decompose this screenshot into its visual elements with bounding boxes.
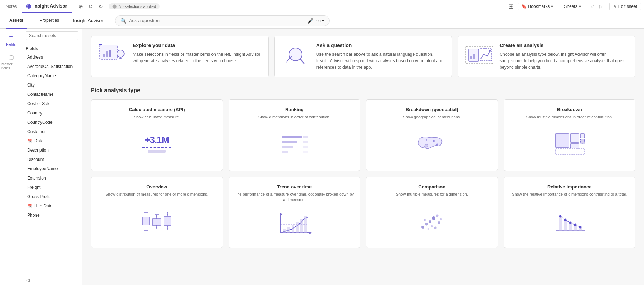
sidebar-icon-fields[interactable]: ≡ Fields	[5, 31, 17, 49]
grid-icon[interactable]: ⊞	[508, 3, 514, 10]
sidebar-field-item[interactable]: Discount	[22, 155, 82, 164]
sheets-button[interactable]: Sheets ▾	[561, 3, 584, 10]
insight-advisor-tab[interactable]: ◉ Insight Advisor	[22, 0, 71, 13]
search-bar[interactable]: 🔍 🎤 en ▾	[115, 15, 330, 26]
sidebar-search-input[interactable]	[26, 31, 78, 40]
sidebar-field-label: Freight	[27, 185, 40, 190]
sidebar-field-item[interactable]: AverageCallSatisfaction	[22, 62, 82, 71]
nav-arrows: ◁ ▷	[589, 3, 605, 10]
edit-icon: ✎	[613, 4, 617, 9]
svg-rect-1	[103, 54, 105, 57]
breakdown-desc: Show multiple dimensions in order of con…	[526, 114, 613, 120]
svg-marker-59	[309, 232, 312, 234]
search-input[interactable]	[129, 18, 305, 23]
sidebar-field-item[interactable]: 📅Date	[22, 136, 82, 146]
top-cards-section: Explore your data Make selections in fie…	[91, 36, 635, 77]
sidebar-collapse-btn[interactable]: ◁	[22, 275, 82, 285]
selection-dot: ⬤	[112, 4, 117, 9]
sidebar-field-label: Phone	[27, 213, 40, 218]
selection-status: ⬤ No selections applied	[109, 3, 160, 9]
explore-card-desc: Make selections in fields or master item…	[133, 51, 261, 64]
sidebar-field-item[interactable]: Country	[22, 108, 82, 118]
sidebar-icon-masteritems[interactable]: ⬡ Master items	[0, 51, 22, 73]
sidebar-field-item[interactable]: Freight	[22, 183, 82, 192]
svg-line-12	[286, 61, 287, 62]
notes-tab[interactable]: Notes	[3, 3, 20, 10]
geo-desc: Show geographical contributions.	[403, 114, 461, 120]
collapse-icon: ◁	[26, 277, 30, 283]
analysis-card-kpi[interactable]: Calculated measure (KPI) Show calculated…	[91, 99, 223, 171]
sidebar-field-item[interactable]: CountryCode	[22, 118, 82, 127]
analysis-card-geo[interactable]: Breakdown (geospatial) Show geographical…	[366, 99, 498, 171]
relative-desc: Show the relative importance of dimensio…	[512, 192, 627, 197]
svg-point-72	[432, 216, 435, 220]
svg-point-68	[421, 226, 424, 229]
explore-card-title: Explore your data	[133, 43, 261, 48]
svg-point-78	[434, 227, 437, 229]
analysis-card-ranking[interactable]: Ranking Show dimensions in order of cont…	[229, 99, 361, 171]
sidebar-field-label: Extension	[27, 176, 46, 181]
zoom-icon[interactable]: ⊕	[77, 2, 85, 11]
sidebar-field-item[interactable]: Description	[22, 146, 82, 155]
sidebar-field-item[interactable]: Cost of Sale	[22, 99, 82, 108]
sidebar-field-item[interactable]: City	[22, 80, 82, 90]
sidebar-field-item[interactable]: CategoryName	[22, 71, 82, 80]
ask-card: Ask a question Use the search bar above …	[274, 36, 452, 77]
ranking-svg	[278, 132, 311, 157]
sheets-label: Sheets	[564, 4, 577, 9]
sidebar-panel: Fields AddressAverageCallSatisfactionCat…	[22, 29, 82, 285]
edit-label: Edit sheet	[618, 4, 637, 9]
ranking-desc: Show dimensions in order of contribution…	[258, 114, 331, 120]
redo-icon[interactable]: ↻	[97, 2, 105, 11]
bookmarks-button[interactable]: 🔖 Bookmarks ▾	[518, 3, 556, 10]
analysis-card-overview[interactable]: Overview Show distribution of measures f…	[91, 177, 223, 248]
properties-tab[interactable]: Properties	[36, 13, 63, 29]
svg-rect-33	[580, 139, 585, 143]
ask-card-icon	[282, 43, 311, 68]
overview-visual	[97, 203, 217, 241]
svg-point-29	[436, 144, 438, 146]
kpi-visual: +3.1M	[97, 126, 217, 163]
sidebar-field-item[interactable]: Customer	[22, 127, 82, 136]
sidebar-field-label: Description	[27, 148, 49, 153]
svg-rect-31	[570, 134, 579, 142]
svg-rect-16	[473, 54, 475, 59]
sidebar-field-item[interactable]: ContactName	[22, 90, 82, 99]
create-card-title: Create an analysis	[499, 43, 628, 48]
sidebar-field-item[interactable]: EmployeeName	[22, 164, 82, 173]
ranking-visual	[235, 126, 355, 163]
left-sidebar: ≡ Fields ⬡ Master items Fields AddressAv…	[0, 29, 82, 285]
comparison-visual	[372, 203, 492, 241]
analysis-card-trend[interactable]: Trend over time The performance of a mea…	[229, 177, 361, 248]
assets-tab[interactable]: Assets	[6, 13, 27, 29]
mic-icon[interactable]: 🎤	[307, 18, 313, 24]
calendar-icon: 📅	[27, 139, 32, 143]
sidebar-field-label: Date	[34, 138, 43, 143]
analysis-card-breakdown[interactable]: Breakdown Show multiple dimensions in or…	[504, 99, 636, 171]
selection-text: No selections applied	[119, 4, 156, 9]
svg-point-77	[440, 218, 442, 220]
sidebar-field-item[interactable]: Address	[22, 53, 82, 62]
sidebar-field-label: Customer	[27, 129, 46, 134]
sidebar-field-label: Hire Date	[34, 203, 53, 208]
svg-point-4	[117, 50, 124, 57]
sidebar-field-item[interactable]: Phone	[22, 211, 82, 220]
edit-sheet-button[interactable]: ✎ Edit sheet	[609, 3, 641, 10]
back-arrow[interactable]: ◁	[589, 3, 596, 10]
analysis-card-comparison[interactable]: Comparison Show multiple measures for a …	[366, 177, 498, 248]
svg-line-10	[300, 59, 304, 63]
undo-icon[interactable]: ↺	[87, 2, 95, 11]
sidebar-field-item[interactable]: Gross Profit	[22, 192, 82, 201]
svg-rect-35	[555, 149, 585, 154]
overview-desc: Show distribution of measures for one or…	[106, 192, 208, 197]
sidebar-field-item[interactable]: 📅Hire Date	[22, 201, 82, 211]
kpi-title: Calculated measure (KPI)	[129, 107, 185, 112]
svg-rect-15	[470, 56, 472, 59]
forward-arrow[interactable]: ▷	[597, 3, 605, 10]
sidebar-field-label: CountryCode	[27, 120, 53, 125]
svg-point-73	[436, 215, 439, 217]
sidebar-field-item[interactable]: Extension	[22, 173, 82, 183]
language-selector[interactable]: en ▾	[316, 18, 324, 23]
sidebar-field-label: CategoryName	[27, 73, 56, 78]
analysis-card-relative[interactable]: Relative importance Show the relative im…	[504, 177, 636, 248]
